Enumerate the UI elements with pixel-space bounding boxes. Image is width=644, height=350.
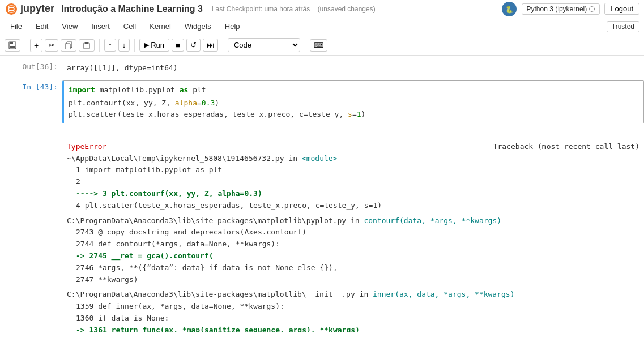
cut-button[interactable]: ✂ bbox=[45, 39, 58, 52]
input-label-43: In [43]: bbox=[0, 80, 62, 124]
svg-rect-12 bbox=[85, 42, 88, 44]
restart-button[interactable]: ↺ bbox=[186, 39, 201, 52]
run-triangle-icon: ▶ bbox=[144, 41, 149, 49]
menu-edit[interactable]: Edit bbox=[30, 20, 54, 33]
restart-run-button[interactable]: ⏭ bbox=[203, 39, 218, 52]
output-text-36: array([[1]], dtype=int64) bbox=[67, 63, 178, 72]
restart-icon: ↺ bbox=[190, 41, 197, 49]
keyboard-shortcuts-button[interactable]: ⌨ bbox=[310, 39, 327, 52]
kernel-badge: Python 3 (ipykernel) bbox=[522, 3, 600, 15]
notebook-main: Out[36]: array([[1]], dtype=int64) In [4… bbox=[0, 56, 644, 332]
tb-code-3: ----> 3 plt.contourf(xx, yy, Z, alpha=0.… bbox=[76, 188, 639, 200]
keyboard-icon: ⌨ bbox=[314, 41, 323, 49]
svg-rect-8 bbox=[10, 46, 15, 48]
tb-error-line: TypeError Traceback (most recent call la… bbox=[67, 141, 639, 153]
menu-insert[interactable]: Insert bbox=[86, 20, 116, 33]
tb-p2-arrow: -> 2745 __ret = gca().contourf( bbox=[76, 250, 639, 262]
toolbar-separator-5 bbox=[305, 39, 305, 52]
jupyter-logo: jupyter bbox=[5, 2, 54, 16]
tb-dashes-line: ----------------------------------------… bbox=[67, 129, 639, 141]
tb-p2-1: 2743 @_copy_docstring_and_deprecators(Ax… bbox=[76, 227, 639, 238]
svg-point-0 bbox=[6, 3, 17, 15]
output-content-36: array([[1]], dtype=int64) bbox=[62, 60, 644, 76]
arrow-up-icon: ↑ bbox=[108, 41, 112, 49]
cell-type-select[interactable]: Code Markdown Raw NBConvert Heading bbox=[228, 38, 300, 52]
tb-p3-1: 1359 def inner(ax, *args, data=None, **k… bbox=[76, 301, 639, 313]
jupyter-wordmark: jupyter bbox=[20, 3, 54, 15]
svg-text:🐍: 🐍 bbox=[505, 5, 513, 14]
traceback-label-empty bbox=[0, 126, 62, 332]
code-line-3: plt.scatter(teste_x.horas_esperadas, tes… bbox=[69, 109, 639, 120]
arrow-down-icon: ↓ bbox=[122, 41, 126, 49]
topbar-right: 🐍 Python 3 (ipykernel) Logout bbox=[501, 1, 639, 17]
input-cell-43: In [43]: import matplotlib.pyplot as plt… bbox=[0, 80, 644, 124]
traceback-cell: ----------------------------------------… bbox=[0, 126, 644, 332]
paste-icon bbox=[83, 41, 91, 49]
output-label-36: Out[36]: bbox=[0, 60, 62, 76]
paste-button[interactable] bbox=[79, 39, 95, 52]
input-content-43[interactable]: import matplotlib.pyplot as plt plt.cont… bbox=[62, 80, 644, 124]
cut-icon: ✂ bbox=[49, 41, 54, 49]
stop-button[interactable]: ■ bbox=[172, 39, 184, 52]
toolbar: + ✂ ↑ ↓ ▶ Run ■ ↺ ⏭ bbox=[0, 35, 644, 56]
logout-button[interactable]: Logout bbox=[604, 3, 639, 15]
code-line-1: import matplotlib.pyplot as plt bbox=[69, 84, 639, 96]
menu-kernel[interactable]: Kernel bbox=[144, 20, 177, 33]
tb-p2-2: 2744 def contourf(*args, data=None, **kw… bbox=[76, 238, 639, 250]
copy-button[interactable] bbox=[61, 39, 76, 52]
tb-p3-2: 1360 if data is None: bbox=[76, 313, 639, 325]
save-button[interactable] bbox=[5, 39, 20, 52]
menu-bar: File Edit View Insert Cell Kernel Widget… bbox=[0, 18, 644, 35]
stop-icon: ■ bbox=[176, 41, 180, 49]
menu-help[interactable]: Help bbox=[219, 20, 246, 33]
top-bar: jupyter Introdução a Machine Learning 3 … bbox=[0, 0, 644, 18]
plus-icon: + bbox=[34, 41, 39, 50]
tb-p2-3: 2746 *args, **({“data”: data} if data is… bbox=[76, 262, 639, 274]
tb-code-2: 2 bbox=[76, 176, 639, 188]
toolbar-separator-3 bbox=[134, 39, 135, 52]
code-line-2: plt.contourf(xx, yy, Z, alpha=0.3) bbox=[69, 97, 639, 109]
toolbar-separator-4 bbox=[223, 39, 223, 52]
kernel-circle-icon bbox=[589, 6, 595, 12]
move-cell-up-button[interactable]: ↑ bbox=[104, 39, 116, 52]
menu-cell[interactable]: Cell bbox=[118, 20, 142, 33]
kernel-label: Python 3 (ipykernel) bbox=[527, 5, 587, 13]
traceback-content: ----------------------------------------… bbox=[62, 126, 644, 332]
tb-filepath1-line: ~\AppData\Local\Temp\ipykernel_5808\1914… bbox=[67, 153, 639, 165]
add-cell-above-button[interactable]: + bbox=[30, 39, 42, 52]
svg-rect-7 bbox=[10, 42, 13, 44]
toolbar-separator-2 bbox=[99, 39, 100, 52]
python-logo-icon: 🐍 bbox=[501, 1, 517, 17]
trusted-badge: Trusted bbox=[607, 21, 639, 32]
tb-p3-arrow: -> 1361 return func(ax, *map(sanitize_se… bbox=[76, 325, 639, 332]
fast-forward-icon: ⏭ bbox=[207, 41, 214, 49]
output-cell-36: Out[36]: array([[1]], dtype=int64) bbox=[0, 60, 644, 76]
jupyter-logo-icon bbox=[5, 2, 18, 16]
menu-file[interactable]: File bbox=[5, 20, 28, 33]
tb-code-1: 1 import matplotlib.pyplot as plt bbox=[76, 164, 639, 176]
tb-p2-4: 2747 **kwargs) bbox=[76, 274, 639, 286]
tb-filepath3-line: C:\ProgramData\Anaconda3\lib\site-packag… bbox=[67, 289, 639, 301]
copy-icon bbox=[65, 41, 72, 49]
run-button[interactable]: ▶ Run bbox=[139, 39, 169, 52]
menu-widgets[interactable]: Widgets bbox=[179, 20, 217, 33]
svg-rect-10 bbox=[65, 44, 70, 49]
menu-view[interactable]: View bbox=[56, 20, 83, 33]
save-icon bbox=[8, 41, 16, 49]
tb-filepath2-line: C:\ProgramData\Anaconda3\lib\site-packag… bbox=[67, 215, 639, 227]
notebook-title: Introdução a Machine Learning 3 bbox=[61, 4, 203, 14]
toolbar-separator-1 bbox=[25, 39, 25, 52]
tb-code-4: 4 plt.scatter(teste_x.horas_esperadas, t… bbox=[76, 200, 639, 212]
move-cell-down-button[interactable]: ↓ bbox=[118, 39, 130, 52]
checkpoint-info: Last Checkpoint: uma hora atrás (unsaved… bbox=[212, 5, 376, 13]
